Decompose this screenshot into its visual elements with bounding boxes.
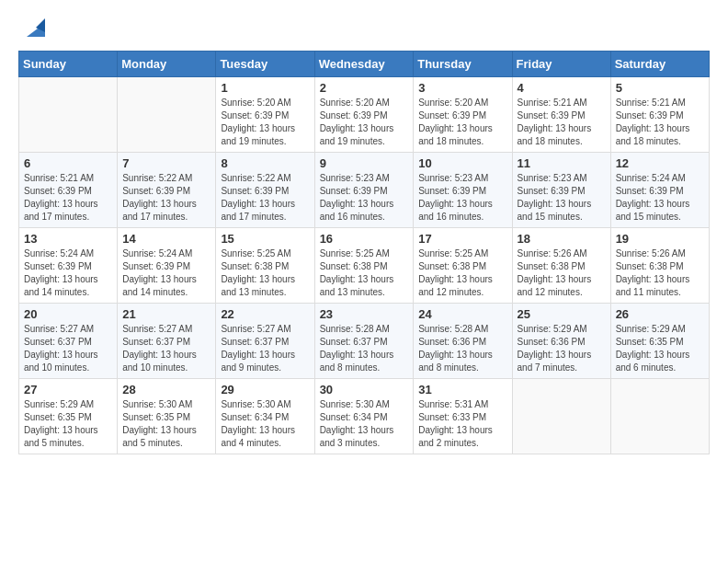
day-number: 12 — [616, 156, 704, 170]
calendar-cell: 19Sunrise: 5:26 AM Sunset: 6:38 PM Dayli… — [610, 228, 709, 304]
calendar-cell — [118, 77, 216, 153]
day-info: Sunrise: 5:21 AM Sunset: 6:39 PM Dayligh… — [24, 172, 112, 224]
calendar-cell: 10Sunrise: 5:23 AM Sunset: 6:39 PM Dayli… — [414, 153, 512, 228]
day-info: Sunrise: 5:21 AM Sunset: 6:39 PM Dayligh… — [518, 97, 606, 148]
day-info: Sunrise: 5:25 AM Sunset: 6:38 PM Dayligh… — [418, 247, 506, 299]
calendar-cell: 26Sunrise: 5:29 AM Sunset: 6:35 PM Dayli… — [610, 304, 709, 379]
day-header-tuesday: Tuesday — [216, 52, 314, 77]
calendar-cell: 22Sunrise: 5:27 AM Sunset: 6:37 PM Dayli… — [216, 304, 314, 379]
day-number: 16 — [320, 232, 409, 246]
day-number: 9 — [320, 156, 409, 170]
calendar-cell — [512, 379, 610, 454]
day-number: 26 — [616, 307, 704, 321]
calendar-week-2: 6Sunrise: 5:21 AM Sunset: 6:39 PM Daylig… — [19, 153, 710, 228]
day-info: Sunrise: 5:31 AM Sunset: 6:33 PM Dayligh… — [418, 398, 506, 450]
calendar-table: SundayMondayTuesdayWednesdayThursdayFrid… — [18, 51, 710, 454]
day-info: Sunrise: 5:20 AM Sunset: 6:39 PM Dayligh… — [320, 97, 409, 148]
day-number: 5 — [616, 81, 704, 95]
calendar-cell: 11Sunrise: 5:23 AM Sunset: 6:39 PM Dayli… — [512, 153, 610, 228]
calendar-cell: 23Sunrise: 5:28 AM Sunset: 6:37 PM Dayli… — [314, 304, 414, 379]
day-number: 20 — [24, 307, 112, 321]
day-number: 2 — [320, 81, 409, 95]
calendar-cell: 9Sunrise: 5:23 AM Sunset: 6:39 PM Daylig… — [314, 153, 414, 228]
day-number: 17 — [418, 232, 506, 246]
calendar-cell: 27Sunrise: 5:29 AM Sunset: 6:35 PM Dayli… — [19, 379, 118, 454]
day-number: 30 — [320, 383, 409, 396]
day-info: Sunrise: 5:29 AM Sunset: 6:35 PM Dayligh… — [24, 398, 112, 450]
calendar-cell: 14Sunrise: 5:24 AM Sunset: 6:39 PM Dayli… — [118, 228, 216, 304]
day-info: Sunrise: 5:25 AM Sunset: 6:38 PM Dayligh… — [221, 247, 309, 299]
day-number: 29 — [221, 383, 309, 396]
day-number: 19 — [616, 232, 704, 246]
day-number: 11 — [518, 156, 606, 170]
day-info: Sunrise: 5:27 AM Sunset: 6:37 PM Dayligh… — [24, 323, 112, 374]
day-header-wednesday: Wednesday — [314, 52, 414, 77]
day-info: Sunrise: 5:27 AM Sunset: 6:37 PM Dayligh… — [221, 323, 309, 374]
day-number: 27 — [24, 383, 112, 396]
day-info: Sunrise: 5:26 AM Sunset: 6:38 PM Dayligh… — [518, 247, 606, 299]
calendar-cell: 31Sunrise: 5:31 AM Sunset: 6:33 PM Dayli… — [414, 379, 512, 454]
day-info: Sunrise: 5:30 AM Sunset: 6:35 PM Dayligh… — [122, 398, 210, 450]
day-number: 7 — [122, 156, 210, 170]
day-number: 15 — [221, 232, 309, 246]
day-info: Sunrise: 5:26 AM Sunset: 6:38 PM Dayligh… — [616, 247, 704, 299]
day-number: 28 — [122, 383, 210, 396]
calendar-week-1: 1Sunrise: 5:20 AM Sunset: 6:39 PM Daylig… — [19, 77, 710, 153]
calendar-week-5: 27Sunrise: 5:29 AM Sunset: 6:35 PM Dayli… — [19, 379, 710, 454]
calendar-cell: 18Sunrise: 5:26 AM Sunset: 6:38 PM Dayli… — [512, 228, 610, 304]
day-info: Sunrise: 5:28 AM Sunset: 6:36 PM Dayligh… — [418, 323, 506, 374]
day-number: 13 — [24, 232, 112, 246]
calendar-week-4: 20Sunrise: 5:27 AM Sunset: 6:37 PM Dayli… — [19, 304, 710, 379]
day-number: 10 — [418, 156, 506, 170]
calendar-header-row: SundayMondayTuesdayWednesdayThursdayFrid… — [19, 52, 710, 77]
day-number: 25 — [518, 307, 606, 321]
day-number: 21 — [122, 307, 210, 321]
calendar-cell — [610, 379, 709, 454]
day-info: Sunrise: 5:29 AM Sunset: 6:36 PM Dayligh… — [518, 323, 606, 374]
calendar-cell: 12Sunrise: 5:24 AM Sunset: 6:39 PM Dayli… — [610, 153, 709, 228]
calendar-cell: 17Sunrise: 5:25 AM Sunset: 6:38 PM Dayli… — [414, 228, 512, 304]
day-info: Sunrise: 5:23 AM Sunset: 6:39 PM Dayligh… — [418, 172, 506, 224]
day-info: Sunrise: 5:23 AM Sunset: 6:39 PM Dayligh… — [320, 172, 409, 224]
day-header-friday: Friday — [512, 52, 610, 77]
day-info: Sunrise: 5:20 AM Sunset: 6:39 PM Dayligh… — [418, 97, 506, 148]
calendar-cell: 1Sunrise: 5:20 AM Sunset: 6:39 PM Daylig… — [216, 77, 314, 153]
day-info: Sunrise: 5:24 AM Sunset: 6:39 PM Dayligh… — [122, 247, 210, 299]
day-info: Sunrise: 5:28 AM Sunset: 6:37 PM Dayligh… — [320, 323, 409, 374]
day-number: 8 — [221, 156, 309, 170]
day-header-thursday: Thursday — [414, 52, 512, 77]
day-info: Sunrise: 5:21 AM Sunset: 6:39 PM Dayligh… — [616, 97, 704, 148]
calendar-cell: 20Sunrise: 5:27 AM Sunset: 6:37 PM Dayli… — [19, 304, 118, 379]
calendar-cell: 24Sunrise: 5:28 AM Sunset: 6:36 PM Dayli… — [414, 304, 512, 379]
day-info: Sunrise: 5:23 AM Sunset: 6:39 PM Dayligh… — [518, 172, 606, 224]
day-info: Sunrise: 5:30 AM Sunset: 6:34 PM Dayligh… — [221, 398, 309, 450]
calendar-cell: 6Sunrise: 5:21 AM Sunset: 6:39 PM Daylig… — [19, 153, 118, 228]
day-number: 23 — [320, 307, 409, 321]
calendar-cell: 3Sunrise: 5:20 AM Sunset: 6:39 PM Daylig… — [414, 77, 512, 153]
calendar-cell: 7Sunrise: 5:22 AM Sunset: 6:39 PM Daylig… — [118, 153, 216, 228]
calendar-cell: 16Sunrise: 5:25 AM Sunset: 6:38 PM Dayli… — [314, 228, 414, 304]
day-info: Sunrise: 5:20 AM Sunset: 6:39 PM Dayligh… — [221, 97, 309, 148]
calendar-week-3: 13Sunrise: 5:24 AM Sunset: 6:39 PM Dayli… — [19, 228, 710, 304]
day-header-monday: Monday — [118, 52, 216, 77]
calendar-cell: 15Sunrise: 5:25 AM Sunset: 6:38 PM Dayli… — [216, 228, 314, 304]
calendar-cell: 13Sunrise: 5:24 AM Sunset: 6:39 PM Dayli… — [19, 228, 118, 304]
calendar-cell: 25Sunrise: 5:29 AM Sunset: 6:36 PM Dayli… — [512, 304, 610, 379]
calendar-cell: 21Sunrise: 5:27 AM Sunset: 6:37 PM Dayli… — [118, 304, 216, 379]
day-info: Sunrise: 5:24 AM Sunset: 6:39 PM Dayligh… — [24, 247, 112, 299]
day-info: Sunrise: 5:30 AM Sunset: 6:34 PM Dayligh… — [320, 398, 409, 450]
day-info: Sunrise: 5:22 AM Sunset: 6:39 PM Dayligh… — [221, 172, 309, 224]
calendar-cell: 8Sunrise: 5:22 AM Sunset: 6:39 PM Daylig… — [216, 153, 314, 228]
day-info: Sunrise: 5:27 AM Sunset: 6:37 PM Dayligh… — [122, 323, 210, 374]
day-number: 24 — [418, 307, 506, 321]
day-info: Sunrise: 5:24 AM Sunset: 6:39 PM Dayligh… — [616, 172, 704, 224]
calendar-cell: 2Sunrise: 5:20 AM Sunset: 6:39 PM Daylig… — [314, 77, 414, 153]
day-number: 4 — [518, 81, 606, 95]
calendar-cell: 4Sunrise: 5:21 AM Sunset: 6:39 PM Daylig… — [512, 77, 610, 153]
calendar-cell: 30Sunrise: 5:30 AM Sunset: 6:34 PM Dayli… — [314, 379, 414, 454]
day-number: 18 — [518, 232, 606, 246]
day-info: Sunrise: 5:29 AM Sunset: 6:35 PM Dayligh… — [616, 323, 704, 374]
day-number: 14 — [122, 232, 210, 246]
calendar-cell — [19, 77, 118, 153]
logo — [18, 18, 50, 41]
